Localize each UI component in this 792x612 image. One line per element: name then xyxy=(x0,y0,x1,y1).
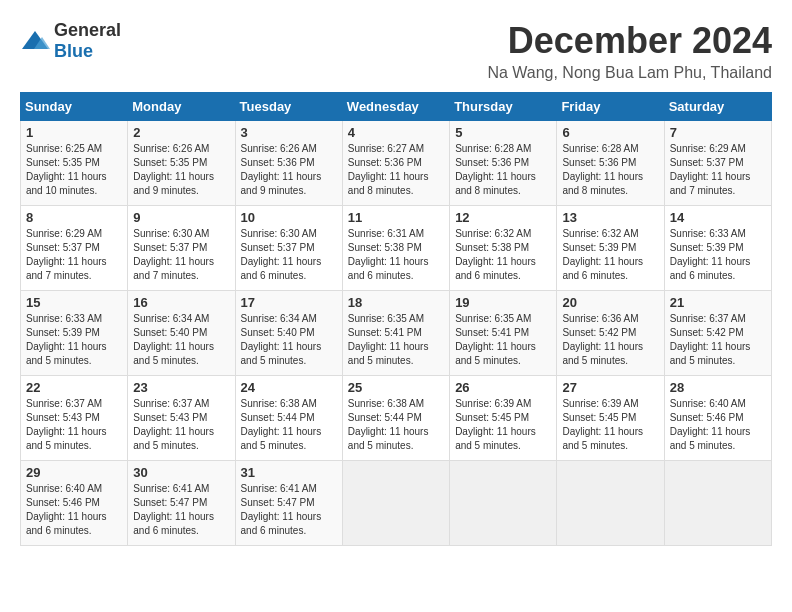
calendar-day-cell: 17 Sunrise: 6:34 AMSunset: 5:40 PMDaylig… xyxy=(235,291,342,376)
logo-blue: Blue xyxy=(54,41,93,61)
calendar-day-header: Sunday xyxy=(21,93,128,121)
day-info: Sunrise: 6:40 AMSunset: 5:46 PMDaylight:… xyxy=(26,483,107,536)
day-number: 24 xyxy=(241,380,337,395)
day-number: 22 xyxy=(26,380,122,395)
day-info: Sunrise: 6:36 AMSunset: 5:42 PMDaylight:… xyxy=(562,313,643,366)
calendar-day-cell: 26 Sunrise: 6:39 AMSunset: 5:45 PMDaylig… xyxy=(450,376,557,461)
calendar-day-cell: 10 Sunrise: 6:30 AMSunset: 5:37 PMDaylig… xyxy=(235,206,342,291)
calendar-day-cell: 20 Sunrise: 6:36 AMSunset: 5:42 PMDaylig… xyxy=(557,291,664,376)
calendar-day-cell: 15 Sunrise: 6:33 AMSunset: 5:39 PMDaylig… xyxy=(21,291,128,376)
calendar-day-cell: 29 Sunrise: 6:40 AMSunset: 5:46 PMDaylig… xyxy=(21,461,128,546)
logo: General Blue xyxy=(20,20,121,62)
calendar-day-cell: 14 Sunrise: 6:33 AMSunset: 5:39 PMDaylig… xyxy=(664,206,771,291)
day-number: 13 xyxy=(562,210,658,225)
day-info: Sunrise: 6:41 AMSunset: 5:47 PMDaylight:… xyxy=(241,483,322,536)
day-info: Sunrise: 6:25 AMSunset: 5:35 PMDaylight:… xyxy=(26,143,107,196)
day-info: Sunrise: 6:31 AMSunset: 5:38 PMDaylight:… xyxy=(348,228,429,281)
calendar-day-cell: 12 Sunrise: 6:32 AMSunset: 5:38 PMDaylig… xyxy=(450,206,557,291)
calendar-day-cell: 25 Sunrise: 6:38 AMSunset: 5:44 PMDaylig… xyxy=(342,376,449,461)
day-info: Sunrise: 6:32 AMSunset: 5:38 PMDaylight:… xyxy=(455,228,536,281)
calendar-day-cell xyxy=(342,461,449,546)
day-number: 11 xyxy=(348,210,444,225)
day-info: Sunrise: 6:27 AMSunset: 5:36 PMDaylight:… xyxy=(348,143,429,196)
calendar-day-cell xyxy=(557,461,664,546)
calendar-day-header: Saturday xyxy=(664,93,771,121)
day-number: 31 xyxy=(241,465,337,480)
calendar-day-cell: 31 Sunrise: 6:41 AMSunset: 5:47 PMDaylig… xyxy=(235,461,342,546)
day-number: 27 xyxy=(562,380,658,395)
calendar-day-cell: 13 Sunrise: 6:32 AMSunset: 5:39 PMDaylig… xyxy=(557,206,664,291)
calendar-day-header: Tuesday xyxy=(235,93,342,121)
title-area: December 2024 Na Wang, Nong Bua Lam Phu,… xyxy=(487,20,772,82)
day-number: 28 xyxy=(670,380,766,395)
calendar-day-cell: 7 Sunrise: 6:29 AMSunset: 5:37 PMDayligh… xyxy=(664,121,771,206)
calendar-day-cell: 9 Sunrise: 6:30 AMSunset: 5:37 PMDayligh… xyxy=(128,206,235,291)
day-info: Sunrise: 6:37 AMSunset: 5:42 PMDaylight:… xyxy=(670,313,751,366)
calendar-day-header: Wednesday xyxy=(342,93,449,121)
day-info: Sunrise: 6:34 AMSunset: 5:40 PMDaylight:… xyxy=(241,313,322,366)
calendar-day-cell xyxy=(664,461,771,546)
calendar-week-row: 1 Sunrise: 6:25 AMSunset: 5:35 PMDayligh… xyxy=(21,121,772,206)
calendar-body: 1 Sunrise: 6:25 AMSunset: 5:35 PMDayligh… xyxy=(21,121,772,546)
day-number: 25 xyxy=(348,380,444,395)
day-number: 2 xyxy=(133,125,229,140)
day-info: Sunrise: 6:33 AMSunset: 5:39 PMDaylight:… xyxy=(670,228,751,281)
calendar-day-cell: 6 Sunrise: 6:28 AMSunset: 5:36 PMDayligh… xyxy=(557,121,664,206)
calendar-day-cell: 11 Sunrise: 6:31 AMSunset: 5:38 PMDaylig… xyxy=(342,206,449,291)
day-info: Sunrise: 6:34 AMSunset: 5:40 PMDaylight:… xyxy=(133,313,214,366)
day-number: 20 xyxy=(562,295,658,310)
day-number: 5 xyxy=(455,125,551,140)
calendar-day-cell: 2 Sunrise: 6:26 AMSunset: 5:35 PMDayligh… xyxy=(128,121,235,206)
calendar-day-cell: 8 Sunrise: 6:29 AMSunset: 5:37 PMDayligh… xyxy=(21,206,128,291)
day-number: 14 xyxy=(670,210,766,225)
page-header: General Blue December 2024 Na Wang, Nong… xyxy=(20,20,772,82)
day-info: Sunrise: 6:30 AMSunset: 5:37 PMDaylight:… xyxy=(241,228,322,281)
day-number: 3 xyxy=(241,125,337,140)
day-info: Sunrise: 6:40 AMSunset: 5:46 PMDaylight:… xyxy=(670,398,751,451)
calendar-day-header: Monday xyxy=(128,93,235,121)
calendar-week-row: 8 Sunrise: 6:29 AMSunset: 5:37 PMDayligh… xyxy=(21,206,772,291)
calendar-day-header: Thursday xyxy=(450,93,557,121)
day-info: Sunrise: 6:39 AMSunset: 5:45 PMDaylight:… xyxy=(455,398,536,451)
calendar-day-cell: 3 Sunrise: 6:26 AMSunset: 5:36 PMDayligh… xyxy=(235,121,342,206)
day-info: Sunrise: 6:33 AMSunset: 5:39 PMDaylight:… xyxy=(26,313,107,366)
day-info: Sunrise: 6:29 AMSunset: 5:37 PMDaylight:… xyxy=(670,143,751,196)
day-info: Sunrise: 6:37 AMSunset: 5:43 PMDaylight:… xyxy=(133,398,214,451)
logo-general: General xyxy=(54,20,121,40)
day-info: Sunrise: 6:28 AMSunset: 5:36 PMDaylight:… xyxy=(455,143,536,196)
calendar-day-cell: 5 Sunrise: 6:28 AMSunset: 5:36 PMDayligh… xyxy=(450,121,557,206)
calendar-week-row: 22 Sunrise: 6:37 AMSunset: 5:43 PMDaylig… xyxy=(21,376,772,461)
day-number: 10 xyxy=(241,210,337,225)
day-info: Sunrise: 6:26 AMSunset: 5:35 PMDaylight:… xyxy=(133,143,214,196)
day-number: 19 xyxy=(455,295,551,310)
logo-text: General Blue xyxy=(54,20,121,62)
calendar-table: SundayMondayTuesdayWednesdayThursdayFrid… xyxy=(20,92,772,546)
day-number: 8 xyxy=(26,210,122,225)
day-number: 1 xyxy=(26,125,122,140)
day-number: 23 xyxy=(133,380,229,395)
day-number: 29 xyxy=(26,465,122,480)
calendar-day-cell: 18 Sunrise: 6:35 AMSunset: 5:41 PMDaylig… xyxy=(342,291,449,376)
day-number: 7 xyxy=(670,125,766,140)
day-info: Sunrise: 6:39 AMSunset: 5:45 PMDaylight:… xyxy=(562,398,643,451)
location-title: Na Wang, Nong Bua Lam Phu, Thailand xyxy=(487,64,772,82)
day-info: Sunrise: 6:30 AMSunset: 5:37 PMDaylight:… xyxy=(133,228,214,281)
day-number: 18 xyxy=(348,295,444,310)
day-info: Sunrise: 6:29 AMSunset: 5:37 PMDaylight:… xyxy=(26,228,107,281)
calendar-week-row: 15 Sunrise: 6:33 AMSunset: 5:39 PMDaylig… xyxy=(21,291,772,376)
calendar-day-cell: 16 Sunrise: 6:34 AMSunset: 5:40 PMDaylig… xyxy=(128,291,235,376)
calendar-day-cell: 28 Sunrise: 6:40 AMSunset: 5:46 PMDaylig… xyxy=(664,376,771,461)
day-info: Sunrise: 6:35 AMSunset: 5:41 PMDaylight:… xyxy=(348,313,429,366)
day-number: 15 xyxy=(26,295,122,310)
day-number: 16 xyxy=(133,295,229,310)
day-info: Sunrise: 6:32 AMSunset: 5:39 PMDaylight:… xyxy=(562,228,643,281)
calendar-day-cell: 22 Sunrise: 6:37 AMSunset: 5:43 PMDaylig… xyxy=(21,376,128,461)
day-info: Sunrise: 6:26 AMSunset: 5:36 PMDaylight:… xyxy=(241,143,322,196)
calendar-day-cell xyxy=(450,461,557,546)
calendar-day-cell: 30 Sunrise: 6:41 AMSunset: 5:47 PMDaylig… xyxy=(128,461,235,546)
calendar-day-cell: 24 Sunrise: 6:38 AMSunset: 5:44 PMDaylig… xyxy=(235,376,342,461)
day-number: 6 xyxy=(562,125,658,140)
day-number: 26 xyxy=(455,380,551,395)
day-info: Sunrise: 6:37 AMSunset: 5:43 PMDaylight:… xyxy=(26,398,107,451)
day-number: 9 xyxy=(133,210,229,225)
